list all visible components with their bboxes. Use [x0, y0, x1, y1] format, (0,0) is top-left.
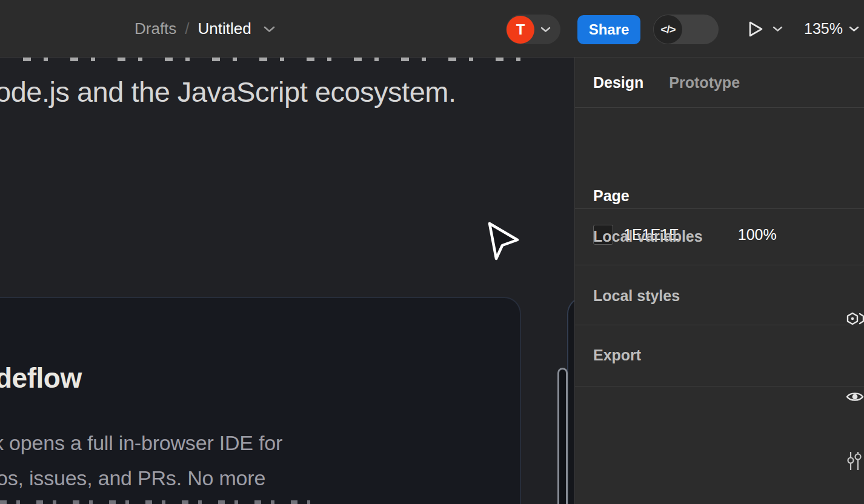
dev-mode-toggle[interactable]: </>	[653, 15, 719, 44]
chevron-down-icon[interactable]	[540, 26, 551, 33]
divider	[575, 107, 864, 108]
chevron-down-icon[interactable]	[264, 25, 275, 33]
inspector-panel: Design Prototype Page 1E1E1E 100%	[574, 58, 864, 504]
chevron-down-icon[interactable]	[773, 25, 783, 32]
clipped-body-line	[0, 500, 310, 504]
breadcrumb-project[interactable]: Drafts	[135, 19, 176, 38]
canvas-scrollbar[interactable]	[557, 368, 568, 504]
export-section[interactable]: Export	[593, 341, 846, 369]
pointer-cursor	[482, 218, 524, 264]
divider	[575, 325, 864, 325]
local-styles-label: Local styles	[593, 287, 680, 305]
zoom-level: 135%	[804, 20, 843, 38]
toolbar: Drafts / Untitled T Share </>	[0, 0, 864, 58]
figma-window: ode.js and the JavaScript ecosystem. def…	[0, 0, 864, 504]
page-section-title: Page	[593, 187, 630, 205]
avatar[interactable]: T	[507, 16, 534, 44]
tab-design[interactable]: Design	[593, 74, 643, 91]
local-variables-section[interactable]: Local variables	[593, 222, 846, 250]
card-body-line-1[interactable]: k opens a full in-browser IDE for	[0, 431, 282, 455]
share-button[interactable]: Share	[577, 15, 640, 44]
styles-icon[interactable]	[845, 310, 864, 330]
eye-icon[interactable]	[845, 390, 864, 404]
local-variables-label: Local variables	[593, 228, 703, 245]
card-body-line-2[interactable]: os, issues, and PRs. No more	[0, 466, 265, 490]
sliders-icon[interactable]	[845, 450, 863, 472]
local-styles-section[interactable]: Local styles	[593, 282, 846, 310]
hero-text-layer[interactable]: ode.js and the JavaScript ecosystem.	[0, 75, 456, 108]
adjacent-card[interactable]	[567, 297, 574, 504]
divider	[575, 265, 864, 265]
panel-tabs: Design Prototype	[593, 58, 740, 108]
zoom-menu[interactable]: 135%	[804, 0, 859, 58]
tab-prototype[interactable]: Prototype	[669, 74, 740, 91]
divider	[575, 386, 864, 386]
breadcrumb: Drafts / Untitled	[135, 0, 275, 58]
export-label: Export	[593, 346, 641, 364]
present-controls	[747, 0, 783, 58]
chevron-down-icon[interactable]	[849, 25, 859, 32]
account-menu[interactable]: T	[506, 15, 560, 44]
code-icon: </>	[654, 15, 682, 44]
file-name[interactable]: Untitled	[198, 19, 251, 38]
page-section-header: Page	[593, 182, 846, 210]
breadcrumb-separator: /	[185, 19, 189, 38]
play-icon[interactable]	[747, 20, 764, 38]
card-heading-layer[interactable]: deflow	[0, 362, 82, 394]
divider	[575, 208, 864, 209]
